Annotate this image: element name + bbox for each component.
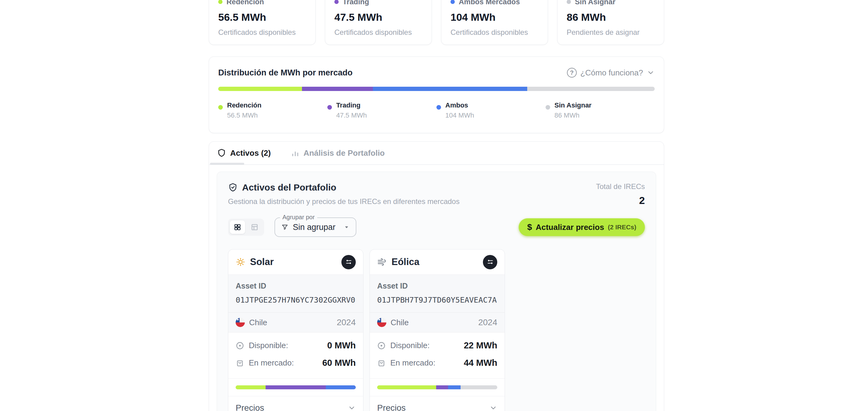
stat-card-sin-asignar: Sin Asignar 86 MWh Pendientes de asignar <box>557 0 664 45</box>
tab-analisis-label: Análisis de Portafolio <box>304 148 385 158</box>
stat-name: Trading <box>343 0 369 6</box>
chevron-down-icon <box>647 69 655 77</box>
prices-label: Precios <box>377 403 406 411</box>
update-prices-button[interactable]: $ Actualizar precios (2 IRECs) <box>519 218 645 236</box>
vintage-year: 2024 <box>337 317 356 327</box>
table-icon <box>251 223 258 231</box>
distribution-title: Distribución de MWh por mercado <box>218 68 353 77</box>
stat-value: 56.5 MWh <box>218 11 306 23</box>
asset-name: Solar <box>250 256 274 268</box>
tab-activos-label: Activos (2) <box>230 148 271 158</box>
bar-chart-icon <box>291 149 300 157</box>
select-caret-icon <box>344 224 350 230</box>
stat-value: 104 MWh <box>451 11 538 23</box>
group-by-label: Agrupar por <box>280 214 317 221</box>
total-irecs-value: 2 <box>596 195 645 206</box>
legend-dot-icon <box>436 105 441 110</box>
legend-item-redencion: Redención 56.5 MWh <box>218 101 327 119</box>
shopping-bag-icon <box>236 359 244 367</box>
legend-item-trading: Trading 47.5 MWh <box>327 101 436 119</box>
asset-settings-button[interactable] <box>483 255 497 269</box>
stat-name: Sin Asignar <box>575 0 615 6</box>
bar-segment <box>266 385 326 389</box>
shield-check-icon <box>228 182 238 192</box>
asset-id-label: Asset ID <box>377 281 497 290</box>
bar-segment <box>236 385 266 389</box>
in-market-value: 44 MWh <box>464 358 497 368</box>
bar-segment <box>326 385 356 389</box>
prices-expander[interactable]: Precios <box>228 396 363 411</box>
shopping-bag-icon <box>377 359 386 367</box>
bar-segment <box>527 87 655 91</box>
chile-flag-icon: ★ <box>377 318 386 327</box>
legend-dot-icon <box>218 105 223 110</box>
sliders-icon <box>345 258 352 266</box>
portfolio-page: Redención 56.5 MWh Certificados disponib… <box>209 0 664 411</box>
chevron-down-icon <box>489 404 497 411</box>
asset-grid: Solar Asset ID 01JTPGE257H7N6YC7302GGXRV… <box>217 249 656 411</box>
vintage-year: 2024 <box>478 317 497 327</box>
distribution-legend: Redención 56.5 MWh Trading 47.5 MWh Ambo… <box>218 101 655 119</box>
available-value: 0 MWh <box>327 340 356 350</box>
assets-panel: Activos (2) Análisis de Portafolio Activ… <box>209 141 664 411</box>
prices-label: Precios <box>236 403 264 411</box>
circle-dot-icon <box>377 341 386 350</box>
tab-activos[interactable]: Activos (2) <box>217 148 271 158</box>
update-prices-count: (2 IRECs) <box>608 224 636 231</box>
bar-segment <box>218 87 302 91</box>
wind-icon <box>377 257 387 267</box>
view-toggle <box>228 219 264 236</box>
trading-dot-icon <box>334 0 339 4</box>
grid-view-button[interactable] <box>230 220 245 234</box>
in-market-label: En mercado: <box>390 358 459 368</box>
market-distribution-bar <box>218 87 655 91</box>
tab-analisis-portafolio[interactable]: Análisis de Portafolio <box>291 148 385 158</box>
group-by-select[interactable]: Agrupar por Sin agrupar <box>275 217 356 237</box>
dollar-icon: $ <box>527 222 532 232</box>
portfolio-assets-card: Activos del Portafolio Gestiona la distr… <box>217 172 656 411</box>
stat-name: Ambos Mercados <box>459 0 520 6</box>
sin-asignar-dot-icon <box>567 0 571 4</box>
legend-value: 47.5 MWh <box>336 111 367 119</box>
asset-id-value: 01JTPGE257H7N6YC7302GGXRV0 <box>236 296 356 304</box>
shield-icon <box>217 148 226 158</box>
in-market-value: 60 MWh <box>322 358 356 368</box>
stat-name: Redención <box>226 0 264 6</box>
stat-card-trading: Trading 47.5 MWh Certificados disponible… <box>325 0 432 45</box>
stat-card-ambos-mercados: Ambos Mercados 104 MWh Certificados disp… <box>441 0 548 45</box>
legend-value: 104 MWh <box>445 111 474 119</box>
bar-segment <box>377 385 436 389</box>
help-circle-icon: ? <box>567 68 577 77</box>
legend-name: Sin Asignar <box>554 101 591 109</box>
tab-bar: Activos (2) Análisis de Portafolio <box>209 142 664 165</box>
legend-name: Redención <box>227 101 261 109</box>
distribution-card: Distribución de MWh por mercado ? ¿Cómo … <box>209 57 664 133</box>
asset-card-solar: Solar Asset ID 01JTPGE257H7N6YC7302GGXRV… <box>228 249 363 411</box>
bar-segment <box>461 385 497 389</box>
how-it-works-button[interactable]: ? ¿Cómo funciona? <box>567 68 655 77</box>
asset-id-label: Asset ID <box>236 281 356 290</box>
table-view-button[interactable] <box>247 220 262 234</box>
legend-name: Ambos <box>445 101 474 109</box>
legend-item-sin-asignar: Sin Asignar 86 MWh <box>546 101 655 119</box>
legend-value: 86 MWh <box>554 111 591 119</box>
country-name: Chile <box>249 318 337 327</box>
asset-settings-button[interactable] <box>341 255 356 269</box>
prices-expander[interactable]: Precios <box>370 396 505 411</box>
asset-allocation-bar <box>236 385 356 389</box>
grid-icon <box>234 223 242 231</box>
asset-card-eolica: Eólica Asset ID 01JTPBH7T9J7TD60Y5EAVEAC… <box>370 249 505 411</box>
stat-caption: Certificados disponibles <box>218 28 306 37</box>
stat-caption: Pendientes de asignar <box>567 28 655 37</box>
active-tab-indicator <box>210 163 244 165</box>
chevron-down-icon <box>348 404 356 411</box>
ambos-dot-icon <box>451 0 455 4</box>
legend-value: 56.5 MWh <box>227 111 261 119</box>
circle-dot-icon <box>236 341 244 350</box>
redencion-dot-icon <box>218 0 222 4</box>
bar-segment <box>302 87 373 91</box>
assets-toolbar: Agrupar por Sin agrupar $ Actualizar pre… <box>217 217 656 237</box>
portfolio-subtitle: Gestiona la distribución y precios de tu… <box>228 197 460 206</box>
stat-caption: Certificados disponibles <box>334 28 423 37</box>
stat-value: 86 MWh <box>567 11 655 23</box>
